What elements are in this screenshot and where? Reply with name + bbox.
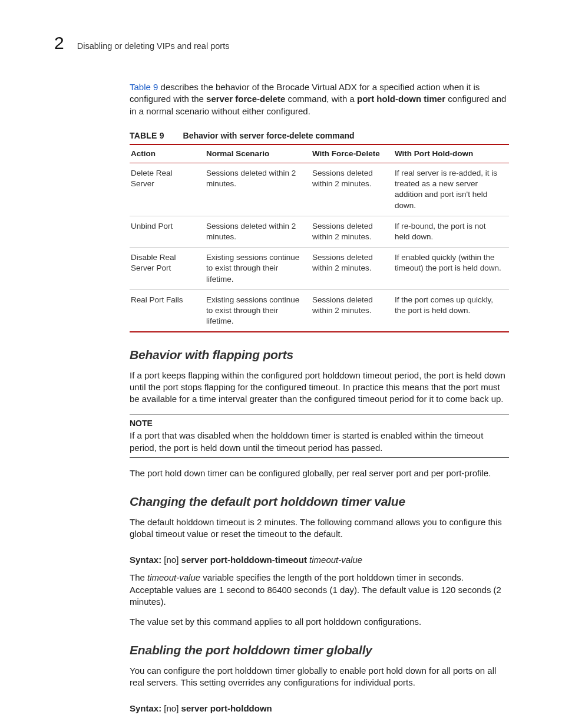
- intro-cmd-2: port hold-down timer: [357, 94, 445, 104]
- cell: Sessions deleted within 2 minutes.: [311, 216, 394, 247]
- cell: Sessions deleted within 2 minutes.: [205, 216, 311, 247]
- intro-text-2: command, with a: [285, 94, 357, 104]
- paragraph: The port hold down timer can be configur…: [130, 467, 509, 479]
- syntax-line: Syntax: [no] server port-holddown-timeou…: [130, 554, 509, 566]
- table-row: Delete Real Server Sessions deleted with…: [130, 163, 509, 216]
- table-title: Behavior with server force-delete comman…: [183, 131, 355, 140]
- syntax-variable: timeout-value: [309, 555, 362, 565]
- syntax-label: Syntax:: [130, 703, 164, 713]
- paragraph: If a port keeps flapping within the conf…: [130, 370, 509, 406]
- table-9-link[interactable]: Table 9: [130, 82, 158, 92]
- running-title: Disabling or deleting VIPs and real port…: [77, 41, 230, 52]
- cell: If the port comes up quickly, the port i…: [394, 289, 509, 332]
- cell: Sessions deleted within 2 minutes.: [311, 289, 394, 332]
- cell: Delete Real Server: [130, 163, 205, 216]
- syntax-command: server port-holddown: [181, 703, 272, 713]
- heading-flapping-ports: Behavior with flapping ports: [130, 347, 509, 363]
- cell: Sessions deleted within 2 minutes.: [205, 163, 311, 216]
- note-text: If a port that was disabled when the hol…: [130, 430, 483, 452]
- cell: Existing sessions continue to exist thro…: [205, 248, 311, 290]
- paragraph: You can configure the port holddown time…: [130, 665, 509, 689]
- table-header-row: Action Normal Scenario With Force-Delete…: [130, 144, 509, 163]
- cell: Sessions deleted within 2 minutes.: [311, 248, 394, 290]
- cell: Disable Real Server Port: [130, 248, 205, 290]
- syntax-line: Syntax: [no] server port-holddown: [130, 703, 509, 714]
- col-header: With Port Hold-down: [394, 144, 509, 163]
- col-header: With Force-Delete: [311, 144, 394, 163]
- heading-enabling-timer: Enabling the port holddown timer globall…: [130, 642, 509, 658]
- cell: If enabled quickly (within the timeout) …: [394, 248, 509, 290]
- syntax-command: server port-holddown-timeout: [181, 555, 310, 565]
- table-label: TABLE 9: [130, 131, 164, 140]
- cell: Real Port Fails: [130, 289, 205, 332]
- text: The: [130, 572, 147, 582]
- cell: Sessions deleted within 2 minutes.: [311, 163, 394, 216]
- col-header: Action: [130, 144, 205, 163]
- intro-paragraph: Table 9 describes the behavior of the Br…: [130, 81, 509, 117]
- syntax-no: [no]: [164, 703, 181, 713]
- chapter-number: 2: [54, 34, 64, 52]
- table-row: Disable Real Server Port Existing sessio…: [130, 248, 509, 290]
- note-block: NOTE If a port that was disabled when th…: [130, 414, 509, 458]
- cell: If real server is re-added, it is treate…: [394, 163, 509, 216]
- syntax-no: [no]: [164, 555, 181, 565]
- col-header: Normal Scenario: [205, 144, 311, 163]
- behavior-table: Action Normal Scenario With Force-Delete…: [130, 144, 509, 333]
- intro-cmd-1: server force-delete: [206, 94, 285, 104]
- paragraph: The timeout-value variable specifies the…: [130, 572, 509, 608]
- note-label: NOTE: [130, 418, 509, 429]
- syntax-label: Syntax:: [130, 555, 164, 565]
- cell: Unbind Port: [130, 216, 205, 247]
- page-header: 2 Disabling or deleting VIPs and real po…: [54, 34, 509, 52]
- table-caption: TABLE 9 Behavior with server force-delet…: [130, 130, 509, 141]
- content-column: Table 9 describes the behavior of the Br…: [130, 81, 509, 720]
- table-row: Unbind Port Sessions deleted within 2 mi…: [130, 216, 509, 247]
- table-row: Real Port Fails Existing sessions contin…: [130, 289, 509, 332]
- paragraph: The default holddown timeout is 2 minute…: [130, 516, 509, 541]
- cell: If re-bound, the port is not held down.: [394, 216, 509, 247]
- paragraph: The value set by this command applies to…: [130, 616, 509, 628]
- document-page: 2 Disabling or deleting VIPs and real po…: [0, 0, 562, 728]
- variable-name: timeout-value: [147, 572, 200, 582]
- cell: Existing sessions continue to exist thro…: [205, 289, 311, 332]
- heading-changing-timer: Changing the default port holddown timer…: [130, 493, 509, 510]
